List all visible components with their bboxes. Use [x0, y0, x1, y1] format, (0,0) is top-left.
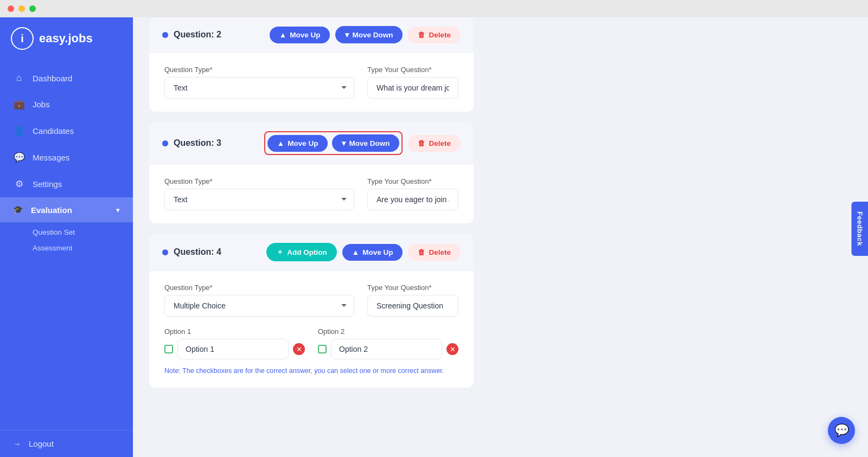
- sidebar-logo[interactable]: i easy.jobs: [0, 17, 133, 60]
- question-title-3: Question: 3: [162, 138, 221, 148]
- q3-question-label: Type Your Question*: [367, 177, 458, 185]
- sidebar-item-label: Settings: [33, 179, 62, 189]
- q4-question-group: Type Your Question*: [367, 284, 458, 317]
- sidebar-item-settings[interactable]: ⚙ Settings: [0, 171, 133, 197]
- main-content: Question: 2 ▲ Move Up ▾ Move Down 🗑 Dele…: [133, 17, 490, 457]
- question-number-2: Question: 2: [174, 30, 221, 40]
- q4-type-group: Question Type* Text Multiple Choice Chec…: [164, 284, 354, 317]
- q3-move-down-button[interactable]: ▾ Move Down: [332, 134, 399, 152]
- trash-icon: 🗑: [418, 248, 425, 256]
- q4-move-up-button[interactable]: ▲ Move Up: [342, 244, 403, 261]
- sidebar-item-dashboard[interactable]: ⌂ Dashboard: [0, 65, 133, 91]
- q3-move-up-button[interactable]: ▲ Move Up: [267, 135, 328, 152]
- question-4-actions: ＋ Add Option ▲ Move Up 🗑 Delete: [266, 243, 461, 261]
- chat-icon: 💬: [834, 423, 849, 437]
- sidebar-item-assessment[interactable]: Assessment: [33, 240, 133, 256]
- option-1-clear-button[interactable]: ✕: [293, 343, 305, 355]
- q3-question-input[interactable]: [367, 189, 458, 210]
- mac-close-dot[interactable]: [8, 5, 14, 12]
- candidates-icon: 👤: [13, 125, 25, 137]
- q2-question-group: Type Your Question*: [367, 66, 458, 99]
- question-4-body: Question Type* Text Multiple Choice Chec…: [149, 271, 474, 388]
- q2-question-label: Type Your Question*: [367, 66, 458, 74]
- q2-move-down-button[interactable]: ▾ Move Down: [335, 26, 403, 43]
- option-2-input[interactable]: [331, 339, 442, 359]
- option-2-input-wrap: ✕: [318, 339, 458, 359]
- q3-delete-button[interactable]: 🗑 Delete: [408, 135, 461, 152]
- sidebar-item-jobs[interactable]: 💼 Jobs: [0, 91, 133, 118]
- sidebar-item-logout[interactable]: → Logout: [0, 430, 133, 457]
- sidebar-item-question-set[interactable]: Question Set: [33, 224, 133, 240]
- logo-icon: i: [11, 27, 34, 50]
- question-2-body: Question Type* Text Multiple Choice Chec…: [149, 53, 474, 112]
- q3-type-label: Question Type*: [164, 177, 354, 185]
- option-1-input[interactable]: [177, 339, 289, 359]
- q3-type-group: Question Type* Text Multiple Choice Chec…: [164, 177, 354, 210]
- sidebar-item-label: Candidates: [33, 126, 74, 136]
- jobs-icon: 💼: [13, 99, 25, 110]
- plus-icon: ＋: [276, 247, 284, 257]
- option-group-1: Option 1 ✕: [164, 327, 305, 359]
- q4-question-label: Type Your Question*: [367, 284, 458, 292]
- chevron-down-icon: ▾: [116, 206, 120, 214]
- sidebar-nav: ⌂ Dashboard 💼 Jobs 👤 Candidates 💬 Messag…: [0, 60, 133, 430]
- q4-type-select[interactable]: Text Multiple Choice Checkbox: [164, 295, 354, 317]
- highlighted-move-buttons: ▲ Move Up ▾ Move Down: [264, 131, 403, 155]
- q2-type-label: Question Type*: [164, 66, 354, 74]
- q2-delete-button[interactable]: 🗑 Delete: [408, 27, 461, 43]
- question-title-2: Question: 2: [162, 30, 221, 40]
- home-icon: ⌂: [13, 73, 25, 83]
- sidebar-item-label: Jobs: [33, 100, 50, 109]
- question-dot-3: [162, 140, 168, 146]
- q4-add-option-button[interactable]: ＋ Add Option: [266, 243, 336, 261]
- question-title-4: Question: 4: [162, 247, 221, 257]
- mac-titlebar: [0, 0, 868, 17]
- chevron-up-icon: ▲: [277, 139, 284, 147]
- question-dot-2: [162, 32, 168, 38]
- q2-move-up-button[interactable]: ▲ Move Up: [270, 27, 330, 43]
- q3-type-select[interactable]: Text Multiple Choice Checkbox: [164, 189, 354, 210]
- option-1-label: Option 1: [164, 327, 305, 336]
- feedback-tab[interactable]: Feedback: [852, 202, 868, 256]
- option-1-checkbox[interactable]: [164, 345, 173, 353]
- trash-icon: 🗑: [418, 139, 425, 147]
- mac-maximize-dot[interactable]: [29, 5, 36, 12]
- question-dot-4: [162, 249, 168, 255]
- option-group-2: Option 2 ✕: [318, 327, 458, 359]
- question-block-4: Question: 4 ＋ Add Option ▲ Move Up 🗑 Del…: [149, 234, 474, 388]
- logo-name: easy.jobs: [39, 31, 93, 46]
- sidebar-item-label: Dashboard: [33, 74, 72, 83]
- question-block-2: Question: 2 ▲ Move Up ▾ Move Down 🗑 Dele…: [149, 17, 474, 112]
- q4-question-input[interactable]: [367, 295, 458, 317]
- option-2-checkbox[interactable]: [318, 345, 327, 353]
- question-header-3: Question: 3 ▲ Move Up ▾ Move Down: [149, 123, 474, 164]
- chevron-down-icon: ▾: [345, 30, 349, 39]
- q4-delete-button[interactable]: 🗑 Delete: [408, 244, 461, 261]
- sidebar-item-messages[interactable]: 💬 Messages: [0, 144, 133, 171]
- question-header-4: Question: 4 ＋ Add Option ▲ Move Up 🗑 Del…: [149, 234, 474, 271]
- chat-bubble-button[interactable]: 💬: [828, 417, 855, 444]
- trash-icon: 🗑: [418, 31, 425, 39]
- q2-type-select[interactable]: Text Multiple Choice Checkbox: [164, 77, 354, 99]
- q3-question-group: Type Your Question*: [367, 177, 458, 210]
- q2-question-input[interactable]: [367, 77, 458, 99]
- sidebar-item-label: Messages: [33, 153, 69, 162]
- evaluation-label: Evaluation: [31, 205, 72, 215]
- mac-minimize-dot[interactable]: [18, 5, 25, 12]
- chevron-up-icon: ▲: [279, 31, 286, 39]
- settings-icon: ⚙: [13, 178, 25, 190]
- question-3-actions: ▲ Move Up ▾ Move Down 🗑 Delete: [264, 131, 461, 155]
- q2-type-group: Question Type* Text Multiple Choice Chec…: [164, 66, 354, 99]
- logout-icon: →: [13, 439, 21, 448]
- option-2-label: Option 2: [318, 327, 458, 336]
- option-2-clear-button[interactable]: ✕: [446, 343, 458, 355]
- messages-icon: 💬: [13, 152, 25, 163]
- question-header-2: Question: 2 ▲ Move Up ▾ Move Down 🗑 Dele…: [149, 17, 474, 53]
- option-1-input-wrap: ✕: [164, 339, 305, 359]
- sidebar-item-candidates[interactable]: 👤 Candidates: [0, 118, 133, 144]
- evaluation-icon: 🎓: [13, 205, 23, 215]
- q4-type-label: Question Type*: [164, 284, 354, 292]
- question-2-actions: ▲ Move Up ▾ Move Down 🗑 Delete: [270, 26, 461, 43]
- sidebar-item-evaluation[interactable]: 🎓 Evaluation ▾: [0, 197, 133, 222]
- chevron-down-icon: ▾: [342, 139, 346, 147]
